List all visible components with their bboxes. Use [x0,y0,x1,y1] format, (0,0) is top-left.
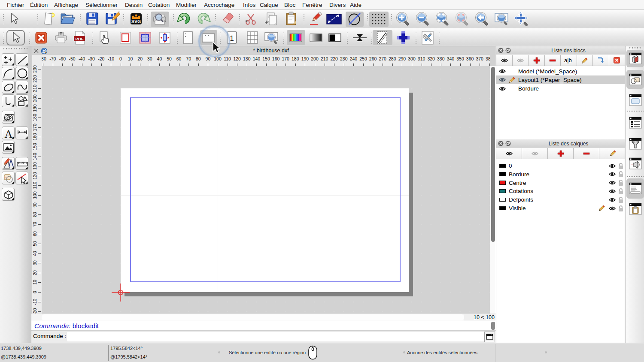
svg-text:SVG: SVG [131,19,141,24]
svg-text:A: A [5,128,13,140]
svg-text:PDF: PDF [76,36,84,41]
svg-text:1: 1 [230,34,234,42]
